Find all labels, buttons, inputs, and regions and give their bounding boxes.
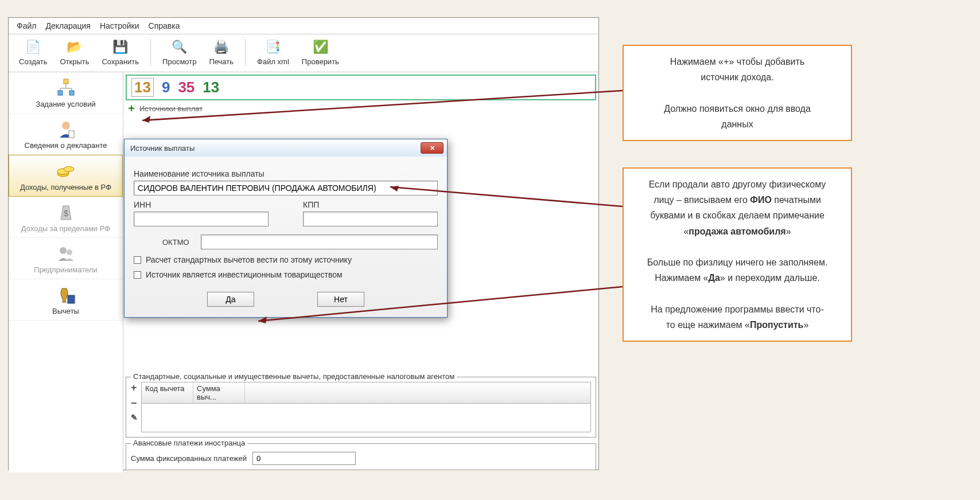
checkbox-investment-label: Источник является инвестиционным товарищ… xyxy=(146,270,343,279)
sidebar-income-rf-label: Доходы, полученные в РФ xyxy=(20,183,111,192)
new-file-icon: 📄 xyxy=(25,39,41,55)
svg-point-9 xyxy=(60,247,67,254)
col-sum: Сумма выч... xyxy=(193,382,245,403)
save-icon: 💾 xyxy=(112,39,129,55)
vase-calc-icon xyxy=(56,285,76,304)
money-bag-icon: $ xyxy=(56,202,76,222)
col-code: Код вычета xyxy=(142,382,193,403)
sidebar-income-abroad-label: Доходы за пределами РФ xyxy=(21,224,110,233)
sidebar-entrepreneurs-label: Предприниматели xyxy=(34,265,97,274)
menubar: Файл Декларация Настройки Справка xyxy=(9,18,598,34)
toolbar-create[interactable]: 📄Создать xyxy=(13,37,53,68)
modal-close-button[interactable]: ✕ xyxy=(421,142,444,154)
sidebar-income-abroad: $ Доходы за пределами РФ xyxy=(9,197,123,238)
oktmo-input[interactable] xyxy=(201,235,438,249)
svg-rect-11 xyxy=(68,295,75,303)
toolbar-separator xyxy=(150,39,151,66)
annotation-1: Нажимаем «+» чтобы добавить источник дох… xyxy=(623,45,852,141)
sources-header: + Источники выплат xyxy=(126,100,596,116)
sidebar-deductions[interactable]: Вычеты xyxy=(9,279,123,321)
svg-point-10 xyxy=(67,249,72,255)
svg-rect-1 xyxy=(58,91,63,95)
sidebar-declarant-label: Сведения о декларанте xyxy=(25,141,107,150)
sidebar-declarant[interactable]: Сведения о декларанте xyxy=(9,114,123,155)
check-icon: ✅ xyxy=(312,39,328,55)
people-icon xyxy=(56,244,76,263)
deductions-group-title: Стандартные, социальные и имущественные … xyxy=(131,372,457,381)
kpp-input[interactable] xyxy=(303,212,438,226)
source-name-input[interactable] xyxy=(134,181,438,196)
advance-amount-input[interactable] xyxy=(252,452,356,465)
modal-no-button[interactable]: Нет xyxy=(317,292,364,307)
person-icon xyxy=(56,119,76,139)
menu-help[interactable]: Справка xyxy=(145,20,184,32)
svg-text:$: $ xyxy=(64,209,68,218)
rate-tab-35[interactable]: 35 xyxy=(178,79,195,96)
kpp-label: КПП xyxy=(303,200,438,209)
annotation-2: Если продали авто другому физическому ли… xyxy=(623,167,852,342)
svg-rect-0 xyxy=(64,79,68,84)
checkbox-std-label: Расчет стандартных вычетов вести по этом… xyxy=(146,255,352,264)
svg-point-7 xyxy=(64,167,74,172)
oktmo-label: ОКТМО xyxy=(162,238,189,247)
add-deduction-button[interactable]: + xyxy=(131,382,138,394)
deductions-table-body[interactable] xyxy=(141,404,591,432)
source-name-label: Наименование источника выплаты xyxy=(134,169,438,178)
advance-group: Авансовые платежи иностранца Сумма фикси… xyxy=(126,443,596,470)
modal-payment-source: Источник выплаты ✕ Наименование источник… xyxy=(124,139,448,318)
toolbar-open[interactable]: 📂Открыть xyxy=(54,37,95,68)
toolbar-xml[interactable]: 📑Файл xml xyxy=(251,37,295,68)
svg-rect-4 xyxy=(69,131,74,138)
deductions-table-header: Код вычета Сумма выч... xyxy=(141,382,591,404)
coins-icon xyxy=(56,161,76,181)
advance-group-title: Авансовые платежи иностранца xyxy=(131,439,247,447)
toolbar-save[interactable]: 💾Сохранить xyxy=(96,37,145,68)
menu-declaration[interactable]: Декларация xyxy=(42,20,94,32)
deductions-group: Стандартные, социальные и имущественные … xyxy=(126,377,596,438)
sidebar-conditions-label: Задание условий xyxy=(36,100,95,108)
sidebar-income-rf[interactable]: Доходы, полученные в РФ xyxy=(9,155,123,197)
open-folder-icon: 📂 xyxy=(67,39,83,55)
checkbox-investment[interactable]: Источник является инвестиционным товарищ… xyxy=(134,270,438,279)
deductions-side-controls: + − ✎ xyxy=(131,382,138,432)
conditions-icon xyxy=(56,78,76,97)
toolbar-separator xyxy=(245,39,246,66)
modal-yes-button[interactable]: Да xyxy=(207,292,254,307)
rate-tabs: 13 9 35 13 xyxy=(126,75,596,100)
menu-file[interactable]: Файл xyxy=(13,20,40,32)
sidebar-conditions[interactable]: Задание условий xyxy=(9,72,123,114)
checkbox-icon xyxy=(134,256,141,264)
toolbar-check[interactable]: ✅Проверить xyxy=(296,37,345,68)
sources-title: Источники выплат xyxy=(139,104,203,113)
svg-rect-2 xyxy=(69,91,74,95)
advance-label: Сумма фиксированных платежей xyxy=(131,454,247,463)
toolbar-print[interactable]: 🖨️Печать xyxy=(203,37,239,68)
inn-input[interactable] xyxy=(134,212,269,226)
menu-settings[interactable]: Настройки xyxy=(96,20,143,32)
edit-deduction-button[interactable]: ✎ xyxy=(131,413,138,422)
xml-file-icon: 📑 xyxy=(265,39,281,55)
modal-titlebar: Источник выплаты ✕ xyxy=(125,139,447,157)
preview-icon: 🔍 xyxy=(172,39,188,55)
toolbar: 📄Создать 📂Открыть 💾Сохранить 🔍Просмотр 🖨… xyxy=(9,34,598,72)
rate-tab-13-yellow[interactable]: 13 xyxy=(131,78,154,97)
print-icon: 🖨️ xyxy=(213,39,230,55)
checkbox-std-deductions[interactable]: Расчет стандартных вычетов вести по этом… xyxy=(134,255,438,264)
sidebar-deductions-label: Вычеты xyxy=(52,307,79,315)
sidebar: Задание условий Сведения о декларанте До… xyxy=(9,72,123,472)
rate-tab-13-green[interactable]: 13 xyxy=(203,79,219,96)
sidebar-entrepreneurs: Предприниматели xyxy=(9,238,123,279)
svg-point-3 xyxy=(62,122,70,130)
rate-tab-9[interactable]: 9 xyxy=(162,79,170,96)
checkbox-icon xyxy=(134,271,141,279)
modal-title-text: Источник выплаты xyxy=(130,144,195,153)
inn-label: ИНН xyxy=(134,200,269,209)
toolbar-preview[interactable]: 🔍Просмотр xyxy=(157,37,202,68)
add-source-button[interactable]: + xyxy=(126,103,137,114)
remove-deduction-button[interactable]: − xyxy=(131,397,138,409)
